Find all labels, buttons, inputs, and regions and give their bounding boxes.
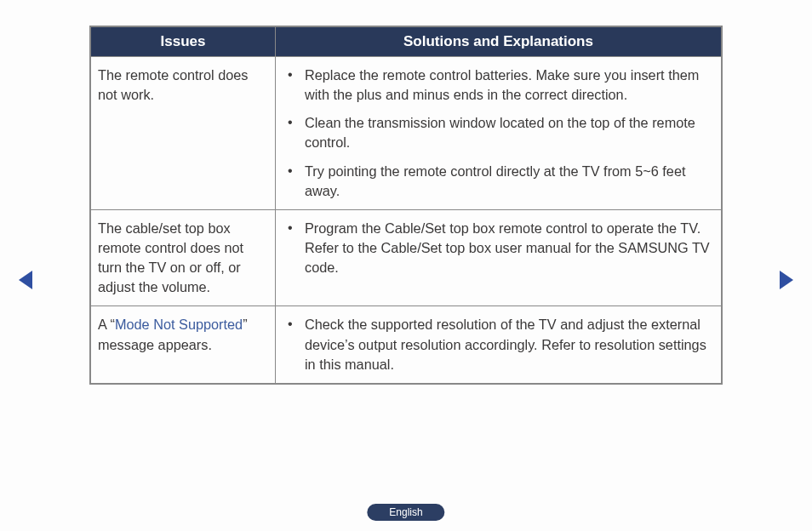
solution-bullet: Check the supported resolution of the TV… [281,315,714,374]
solution-bullet: Try pointing the remote control directly… [281,162,714,201]
solution-cell: Replace the remote control batteries. Ma… [276,57,722,210]
issue-cell: The remote control does not work. [91,57,276,210]
header-solutions: Solutions and Explanations [276,27,722,57]
table-row: A “Mode Not Supported” message appears. … [91,306,722,383]
table-header-row: Issues Solutions and Explanations [91,27,722,57]
solution-bullet: Clean the transmission window located on… [281,113,714,152]
table-row: The remote control does not work. Replac… [91,57,722,210]
solution-bullet: Program the Cable/Set top box remote con… [281,219,714,277]
header-issues: Issues [91,27,276,57]
solution-cell: Check the supported resolution of the TV… [276,306,722,383]
language-badge: English [367,504,444,521]
manual-page: Issues Solutions and Explanations The re… [0,0,812,531]
table-row: The cable/set top box remote control doe… [91,209,722,306]
solution-cell: Program the Cable/Set top box remote con… [276,209,722,306]
next-page-arrow[interactable] [780,271,793,289]
issue-cell: The cable/set top box remote control doe… [91,209,276,306]
issue-text-pre: A “ [98,317,115,332]
prev-page-arrow[interactable] [19,271,32,289]
solution-bullet: Replace the remote control batteries. Ma… [281,66,714,105]
troubleshooting-table: Issues Solutions and Explanations The re… [89,26,723,385]
issue-text-colored: Mode Not Supported [115,317,243,332]
issue-cell: A “Mode Not Supported” message appears. [91,306,276,383]
